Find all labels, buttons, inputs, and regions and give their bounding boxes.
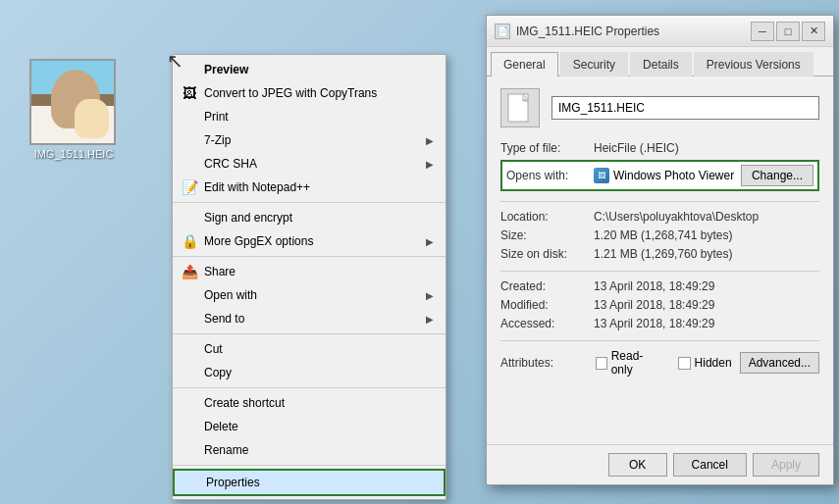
size-row: Size: 1.20 MB (1,268,741 bytes) xyxy=(500,228,819,242)
context-menu-item-share[interactable]: 📤 Share xyxy=(173,260,446,283)
separator xyxy=(173,387,446,388)
modified-label: Modified: xyxy=(500,298,594,312)
context-menu-item-delete[interactable]: Delete xyxy=(173,415,446,438)
app-icon: 🖼 xyxy=(594,168,609,183)
separator xyxy=(173,465,446,466)
separator xyxy=(173,333,446,334)
window-icon: 📄 xyxy=(495,24,510,39)
advanced-button[interactable]: Advanced... xyxy=(740,352,819,374)
readonly-label: Read-only xyxy=(611,349,658,377)
divider xyxy=(500,340,819,341)
size-disk-label: Size on disk: xyxy=(500,247,594,261)
arrow-icon: ▶ xyxy=(426,159,434,170)
type-row: Type of file: HeicFile (.HEIC) xyxy=(500,141,819,155)
file-icon[interactable]: IMG_1511.HEIC xyxy=(29,59,118,160)
file-thumbnail xyxy=(29,59,116,145)
size-disk-row: Size on disk: 1.21 MB (1,269,760 bytes) xyxy=(500,247,819,261)
mouse-cursor: ↖ xyxy=(167,49,184,73)
type-label: Type of file: xyxy=(500,141,594,155)
share-icon: 📤 xyxy=(181,263,198,280)
minimize-button[interactable]: ─ xyxy=(751,22,774,41)
file-icon-label: IMG_1511.HEIC xyxy=(29,148,118,160)
size-disk-value: 1.21 MB (1,269,760 bytes) xyxy=(594,247,819,261)
tab-details[interactable]: Details xyxy=(630,52,692,76)
context-menu-item-cut[interactable]: Cut xyxy=(173,337,446,361)
separator xyxy=(173,202,446,203)
divider xyxy=(500,271,819,272)
hidden-checkbox-item[interactable]: Hidden xyxy=(678,356,732,370)
created-row: Created: 13 April 2018, 18:49:29 xyxy=(500,279,819,293)
change-button[interactable]: Change... xyxy=(741,165,813,186)
dates-section: Created: 13 April 2018, 18:49:29 Modifie… xyxy=(500,279,819,330)
window-title-text: IMG_1511.HEIC Properties xyxy=(516,25,659,38)
context-menu-item-preview[interactable]: Preview xyxy=(173,58,446,81)
tab-general[interactable]: General xyxy=(491,52,558,76)
arrow-icon: ▶ xyxy=(426,236,434,247)
apply-button[interactable]: Apply xyxy=(753,453,819,477)
opens-with-row: Opens with: 🖼 Windows Photo Viewer Chang… xyxy=(500,160,819,191)
readonly-checkbox-item[interactable]: Read-only xyxy=(596,349,658,377)
context-menu-item-properties[interactable]: Properties xyxy=(173,469,446,496)
properties-content: Type of file: HeicFile (.HEIC) Opens wit… xyxy=(487,76,833,388)
location-row: Location: C:\Users\poluyakhtova\Desktop xyxy=(500,210,819,224)
tab-security[interactable]: Security xyxy=(560,52,628,76)
modified-row: Modified: 13 April 2018, 18:49:29 xyxy=(500,298,819,312)
readonly-checkbox[interactable] xyxy=(596,357,607,370)
window-title-area: 📄 IMG_1511.HEIC Properties xyxy=(495,24,659,39)
created-label: Created: xyxy=(500,279,594,293)
arrow-icon: ▶ xyxy=(426,314,434,325)
lock-icon: 🔒 xyxy=(181,232,198,250)
hidden-checkbox[interactable] xyxy=(678,357,691,370)
window-controls: ─ □ ✕ xyxy=(751,22,825,41)
window-footer: OK Cancel Apply xyxy=(487,444,833,484)
context-menu-item-print[interactable]: Print xyxy=(173,105,446,128)
opens-label: Opens with: xyxy=(506,169,594,182)
close-button[interactable]: ✕ xyxy=(802,22,825,41)
location-value: C:\Users\poluyakhtova\Desktop xyxy=(594,210,819,224)
context-menu-item-7zip[interactable]: 7-Zip ▶ xyxy=(173,128,446,152)
accessed-label: Accessed: xyxy=(500,317,594,330)
properties-window: 📄 IMG_1511.HEIC Properties ─ □ ✕ General… xyxy=(486,15,834,485)
ok-button[interactable]: OK xyxy=(608,453,667,477)
accessed-value: 13 April 2018, 18:49:29 xyxy=(594,317,819,330)
modified-value: 13 April 2018, 18:49:29 xyxy=(594,298,819,312)
window-titlebar: 📄 IMG_1511.HEIC Properties ─ □ ✕ xyxy=(487,16,833,47)
file-info-section: Type of file: HeicFile (.HEIC) Opens wit… xyxy=(500,141,819,191)
context-menu-item-convert[interactable]: 🖼 Convert to JPEG with CopyTrans xyxy=(173,81,446,105)
opens-app: 🖼 Windows Photo Viewer xyxy=(594,168,737,183)
tab-previous-versions[interactable]: Previous Versions xyxy=(694,52,813,76)
opens-app-name: Windows Photo Viewer xyxy=(613,169,734,182)
desktop: IMG_1511.HEIC ↖ Preview 🖼 Convert to JPE… xyxy=(0,0,839,504)
arrow-icon: ▶ xyxy=(426,135,434,146)
context-menu-item-sendto[interactable]: Send to ▶ xyxy=(173,307,446,330)
context-menu-item-rename[interactable]: Rename xyxy=(173,438,446,462)
attributes-row: Attributes: Read-only Hidden Advanced... xyxy=(500,349,819,377)
accessed-row: Accessed: 13 April 2018, 18:49:29 xyxy=(500,317,819,330)
notepad-icon: 📝 xyxy=(181,178,198,196)
context-menu-item-shortcut[interactable]: Create shortcut xyxy=(173,391,446,415)
context-menu-item-gpgex[interactable]: 🔒 More GpgEX options ▶ xyxy=(173,229,446,253)
size-value: 1.20 MB (1,268,741 bytes) xyxy=(594,228,819,242)
attributes-label: Attributes: xyxy=(500,356,588,370)
context-menu-item-crc[interactable]: CRC SHA ▶ xyxy=(173,152,446,176)
context-menu-item-openwith[interactable]: Open with ▶ xyxy=(173,283,446,307)
maximize-button[interactable]: □ xyxy=(776,22,800,41)
context-menu: Preview 🖼 Convert to JPEG with CopyTrans… xyxy=(172,54,446,500)
file-name-input[interactable] xyxy=(551,96,819,120)
arrow-icon: ▶ xyxy=(426,290,434,301)
file-header xyxy=(500,88,819,127)
location-label: Location: xyxy=(500,210,594,224)
divider xyxy=(500,201,819,202)
context-menu-item-notepad[interactable]: 📝 Edit with Notepad++ xyxy=(173,176,446,199)
size-label: Size: xyxy=(500,228,594,242)
context-menu-item-sign[interactable]: Sign and encrypt xyxy=(173,206,446,229)
separator xyxy=(173,256,446,257)
convert-icon: 🖼 xyxy=(181,84,198,102)
cancel-button[interactable]: Cancel xyxy=(673,453,747,477)
tab-bar: General Security Details Previous Versio… xyxy=(487,47,833,76)
type-value: HeicFile (.HEIC) xyxy=(594,141,819,155)
file-type-icon xyxy=(500,88,540,127)
context-menu-item-copy[interactable]: Copy xyxy=(173,361,446,384)
hidden-label: Hidden xyxy=(695,356,732,370)
location-info-section: Location: C:\Users\poluyakhtova\Desktop … xyxy=(500,210,819,261)
